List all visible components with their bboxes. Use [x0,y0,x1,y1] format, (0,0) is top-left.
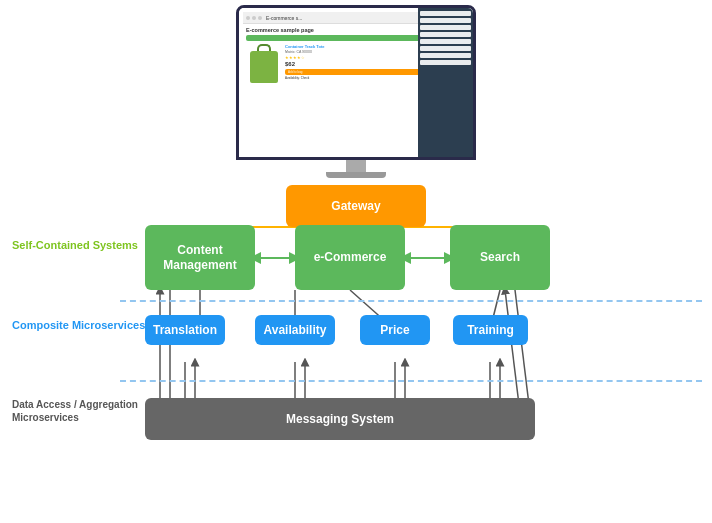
availability-label: Availability [264,323,327,337]
translation-label: Translation [153,323,217,337]
sidebar-item-4 [420,32,471,37]
main-container: E-commerce s... E-commerce sample page [0,0,712,523]
training-box: Training [453,315,528,345]
bag-handle [257,44,271,51]
screen-sidebar [418,8,473,157]
data-access-label: Data Access / AggregationMicroservices [12,398,138,424]
screen-dot-1 [246,16,250,20]
ecommerce-box: e-Commerce [295,225,405,290]
messaging-label: Messaging System [286,412,394,426]
sidebar-item-5 [420,39,471,44]
screen-dot-2 [252,16,256,20]
training-label: Training [467,323,514,337]
sidebar-item-7 [420,53,471,58]
screen-content: E-commerce s... E-commerce sample page [239,8,473,157]
svg-line-21 [515,290,530,413]
monitor-body: E-commerce s... E-commerce sample page [236,5,476,160]
monitor-display: E-commerce s... E-commerce sample page [236,5,476,178]
translation-box: Translation [145,315,225,345]
sidebar-item-6 [420,46,471,51]
price-box: Price [360,315,430,345]
sidebar-items [418,8,473,68]
sidebar-item-1 [420,11,471,16]
search-label: Search [480,250,520,264]
availability-box: Availability [255,315,335,345]
composite-label: Composite Microservices [12,318,145,332]
screen-product-image [246,44,281,89]
messaging-system-box: Messaging System [145,398,535,440]
self-contained-label: Self-Contained Systems [12,238,138,252]
screen-dot-3 [258,16,262,20]
dashed-line-2 [120,380,702,382]
content-management-box: ContentManagement [145,225,255,290]
screen-url: E-commerce s... [266,15,302,21]
search-box: Search [450,225,550,290]
sidebar-item-3 [420,25,471,30]
bag-shape [250,51,278,83]
svg-line-22 [505,290,520,413]
price-label: Price [380,323,409,337]
monitor-screen: E-commerce s... E-commerce sample page [239,8,473,157]
dashed-line-1 [120,300,702,302]
sidebar-item-2 [420,18,471,23]
ecommerce-label: e-Commerce [314,250,387,264]
sidebar-item-8 [420,60,471,65]
content-management-label: ContentManagement [163,243,236,272]
gateway-label: Gateway [331,199,380,213]
architecture-diagram: Self-Contained Systems Composite Microse… [0,170,712,523]
gateway-box: Gateway [286,185,426,227]
